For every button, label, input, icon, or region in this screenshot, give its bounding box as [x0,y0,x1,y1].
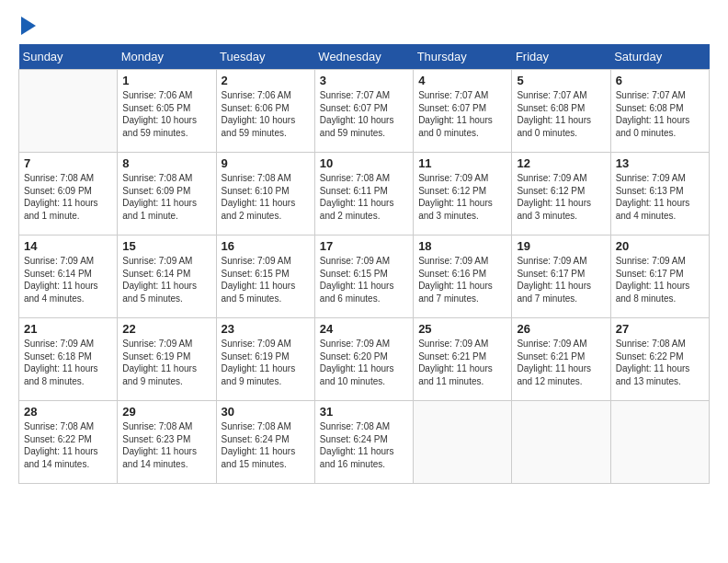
day-number: 14 [24,239,112,253]
calendar-cell: 25Sunrise: 7:09 AMSunset: 6:21 PMDayligh… [414,318,512,401]
cell-content: Sunrise: 7:08 AMSunset: 6:23 PMDaylight:… [122,420,210,470]
day-number: 26 [517,322,605,336]
header-tuesday: Tuesday [216,44,314,70]
calendar-cell: 19Sunrise: 7:09 AMSunset: 6:17 PMDayligh… [512,236,610,318]
day-number: 13 [616,156,704,170]
calendar-cell: 20Sunrise: 7:09 AMSunset: 6:17 PMDayligh… [610,236,709,318]
day-number: 5 [517,74,605,87]
calendar-cell: 12Sunrise: 7:09 AMSunset: 6:12 PMDayligh… [512,153,610,236]
calendar-cell: 6Sunrise: 7:07 AMSunset: 6:08 PMDaylight… [610,70,709,153]
calendar-cell: 23Sunrise: 7:09 AMSunset: 6:19 PMDayligh… [216,318,314,401]
day-number: 2 [222,74,310,87]
cell-content: Sunrise: 7:09 AMSunset: 6:12 PMDaylight:… [418,172,506,222]
cell-content: Sunrise: 7:09 AMSunset: 6:15 PMDaylight:… [222,255,310,304]
week-row-0: 1Sunrise: 7:06 AMSunset: 6:05 PMDaylight… [19,70,710,153]
cell-content: Sunrise: 7:09 AMSunset: 6:21 PMDaylight:… [517,338,605,387]
calendar-cell: 24Sunrise: 7:09 AMSunset: 6:20 PMDayligh… [314,318,413,401]
calendar-cell: 2Sunrise: 7:06 AMSunset: 6:06 PMDaylight… [216,70,314,153]
week-row-3: 21Sunrise: 7:09 AMSunset: 6:18 PMDayligh… [19,318,710,401]
day-number: 29 [122,405,210,419]
cell-content: Sunrise: 7:08 AMSunset: 6:22 PMDaylight:… [616,338,704,387]
day-number: 17 [320,239,408,253]
cell-content: Sunrise: 7:09 AMSunset: 6:18 PMDaylight:… [24,338,112,387]
day-number: 16 [222,239,310,253]
calendar-table: SundayMondayTuesdayWednesdayThursdayFrid… [18,44,710,484]
day-number: 9 [222,156,310,170]
calendar-cell: 22Sunrise: 7:09 AMSunset: 6:19 PMDayligh… [118,318,216,401]
calendar-cell: 29Sunrise: 7:08 AMSunset: 6:23 PMDayligh… [118,401,216,484]
cell-content: Sunrise: 7:06 AMSunset: 6:05 PMDaylight:… [122,89,210,139]
calendar-cell: 3Sunrise: 7:07 AMSunset: 6:07 PMDaylight… [314,70,413,153]
day-number: 25 [418,322,506,336]
cell-content: Sunrise: 7:08 AMSunset: 6:24 PMDaylight:… [320,420,408,470]
cell-content: Sunrise: 7:09 AMSunset: 6:21 PMDaylight:… [418,338,506,387]
cell-content: Sunrise: 7:07 AMSunset: 6:07 PMDaylight:… [320,89,408,139]
calendar-cell: 4Sunrise: 7:07 AMSunset: 6:07 PMDaylight… [414,70,512,153]
cell-content: Sunrise: 7:09 AMSunset: 6:19 PMDaylight:… [222,338,310,387]
calendar-cell: 9Sunrise: 7:08 AMSunset: 6:10 PMDaylight… [216,153,314,236]
header-thursday: Thursday [414,44,512,70]
cell-content: Sunrise: 7:08 AMSunset: 6:22 PMDaylight:… [24,420,112,470]
calendar-cell: 27Sunrise: 7:08 AMSunset: 6:22 PMDayligh… [610,318,709,401]
logo-arrow-icon [21,17,36,35]
cell-content: Sunrise: 7:09 AMSunset: 6:14 PMDaylight:… [122,255,210,304]
week-row-2: 14Sunrise: 7:09 AMSunset: 6:14 PMDayligh… [19,236,710,318]
header-monday: Monday [118,44,216,70]
cell-content: Sunrise: 7:09 AMSunset: 6:20 PMDaylight:… [320,338,408,387]
day-number: 21 [24,322,112,336]
day-number: 19 [517,239,605,253]
calendar-cell: 16Sunrise: 7:09 AMSunset: 6:15 PMDayligh… [216,236,314,318]
calendar-cell: 26Sunrise: 7:09 AMSunset: 6:21 PMDayligh… [512,318,610,401]
day-number: 28 [24,405,112,419]
cell-content: Sunrise: 7:09 AMSunset: 6:13 PMDaylight:… [616,172,704,222]
calendar-cell: 1Sunrise: 7:06 AMSunset: 6:05 PMDaylight… [118,70,216,153]
day-number: 22 [122,322,210,336]
day-number: 1 [122,74,210,87]
calendar-cell [414,401,512,484]
day-number: 11 [418,156,506,170]
cell-content: Sunrise: 7:07 AMSunset: 6:07 PMDaylight:… [418,89,506,139]
calendar-cell: 7Sunrise: 7:08 AMSunset: 6:09 PMDaylight… [19,153,118,236]
day-number: 3 [320,74,408,87]
day-number: 31 [320,405,408,419]
header-friday: Friday [512,44,610,70]
day-number: 15 [122,239,210,253]
day-number: 10 [320,156,408,170]
cell-content: Sunrise: 7:09 AMSunset: 6:16 PMDaylight:… [418,255,506,304]
calendar-cell: 5Sunrise: 7:07 AMSunset: 6:08 PMDaylight… [512,70,610,153]
cell-content: Sunrise: 7:08 AMSunset: 6:11 PMDaylight:… [320,172,408,222]
week-row-4: 28Sunrise: 7:08 AMSunset: 6:22 PMDayligh… [19,401,710,484]
day-number: 24 [320,322,408,336]
header-wednesday: Wednesday [314,44,413,70]
day-number: 23 [222,322,310,336]
calendar-cell: 31Sunrise: 7:08 AMSunset: 6:24 PMDayligh… [314,401,413,484]
calendar-cell: 30Sunrise: 7:08 AMSunset: 6:24 PMDayligh… [216,401,314,484]
cell-content: Sunrise: 7:08 AMSunset: 6:10 PMDaylight:… [222,172,310,222]
calendar-cell: 8Sunrise: 7:08 AMSunset: 6:09 PMDaylight… [118,153,216,236]
day-number: 18 [418,239,506,253]
calendar-cell: 13Sunrise: 7:09 AMSunset: 6:13 PMDayligh… [610,153,709,236]
cell-content: Sunrise: 7:07 AMSunset: 6:08 PMDaylight:… [616,89,704,139]
calendar-cell: 21Sunrise: 7:09 AMSunset: 6:18 PMDayligh… [19,318,118,401]
day-number: 27 [616,322,704,336]
day-number: 30 [222,405,310,419]
day-number: 12 [517,156,605,170]
calendar-cell: 10Sunrise: 7:08 AMSunset: 6:11 PMDayligh… [314,153,413,236]
day-number: 20 [616,239,704,253]
cell-content: Sunrise: 7:09 AMSunset: 6:12 PMDaylight:… [517,172,605,222]
cell-content: Sunrise: 7:08 AMSunset: 6:09 PMDaylight:… [122,172,210,222]
calendar-cell: 28Sunrise: 7:08 AMSunset: 6:22 PMDayligh… [19,401,118,484]
header-sunday: Sunday [19,44,118,70]
cell-content: Sunrise: 7:07 AMSunset: 6:08 PMDaylight:… [517,89,605,139]
page-header [18,18,710,35]
calendar-cell: 11Sunrise: 7:09 AMSunset: 6:12 PMDayligh… [414,153,512,236]
calendar-cell: 17Sunrise: 7:09 AMSunset: 6:15 PMDayligh… [314,236,413,318]
day-number: 4 [418,74,506,87]
cell-content: Sunrise: 7:09 AMSunset: 6:15 PMDaylight:… [320,255,408,304]
cell-content: Sunrise: 7:09 AMSunset: 6:19 PMDaylight:… [122,338,210,387]
cell-content: Sunrise: 7:08 AMSunset: 6:09 PMDaylight:… [24,172,112,222]
cell-content: Sunrise: 7:08 AMSunset: 6:24 PMDaylight:… [222,420,310,470]
day-number: 6 [616,74,704,87]
calendar-cell: 18Sunrise: 7:09 AMSunset: 6:16 PMDayligh… [414,236,512,318]
day-number: 7 [24,156,112,170]
